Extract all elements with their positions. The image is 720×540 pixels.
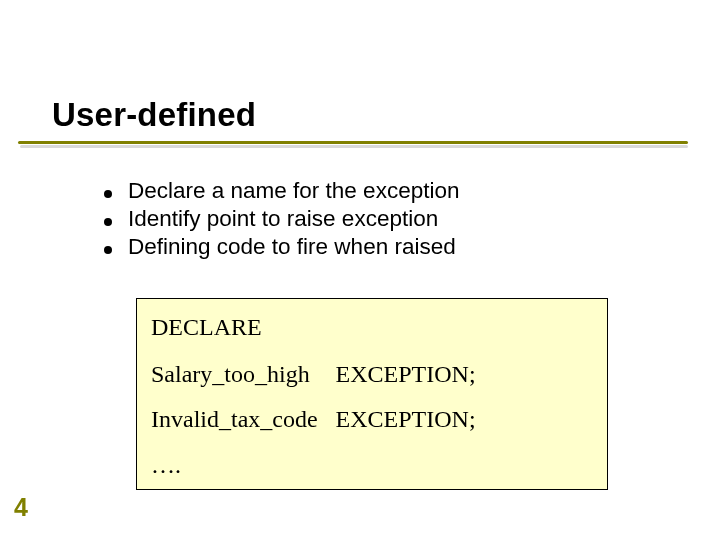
title-underline-shadow (20, 145, 688, 148)
code-identifier: Salary_too_high (151, 352, 336, 397)
code-example-box: DECLARE Salary_too_high EXCEPTION; Inval… (136, 298, 608, 490)
bullet-item: Defining code to fire when raised (104, 234, 459, 260)
slide: User-defined Declare a name for the exce… (0, 0, 720, 540)
bullet-list: Declare a name for the exception Identif… (104, 178, 459, 262)
bullet-text: Defining code to fire when raised (128, 234, 456, 260)
bullet-dot-icon (104, 246, 112, 254)
code-row: Salary_too_high EXCEPTION; (151, 352, 494, 397)
bullet-item: Identify point to raise exception (104, 206, 459, 232)
bullet-text: Identify point to raise exception (128, 206, 438, 232)
code-row: …. (151, 443, 494, 488)
bullet-text: Declare a name for the exception (128, 178, 459, 204)
slide-title: User-defined (52, 96, 256, 134)
code-identifier: Invalid_tax_code (151, 397, 336, 442)
title-underline (18, 141, 688, 144)
code-type: EXCEPTION; (336, 352, 494, 397)
code-keyword-declare: DECLARE (151, 309, 593, 346)
code-rows: Salary_too_high EXCEPTION; Invalid_tax_c… (151, 352, 494, 488)
bullet-dot-icon (104, 190, 112, 198)
code-type (336, 443, 494, 488)
bullet-dot-icon (104, 218, 112, 226)
page-number: 4 (14, 493, 28, 522)
code-row: Invalid_tax_code EXCEPTION; (151, 397, 494, 442)
bullet-item: Declare a name for the exception (104, 178, 459, 204)
code-type: EXCEPTION; (336, 397, 494, 442)
code-ellipsis: …. (151, 443, 336, 488)
title-block: User-defined (52, 96, 256, 134)
